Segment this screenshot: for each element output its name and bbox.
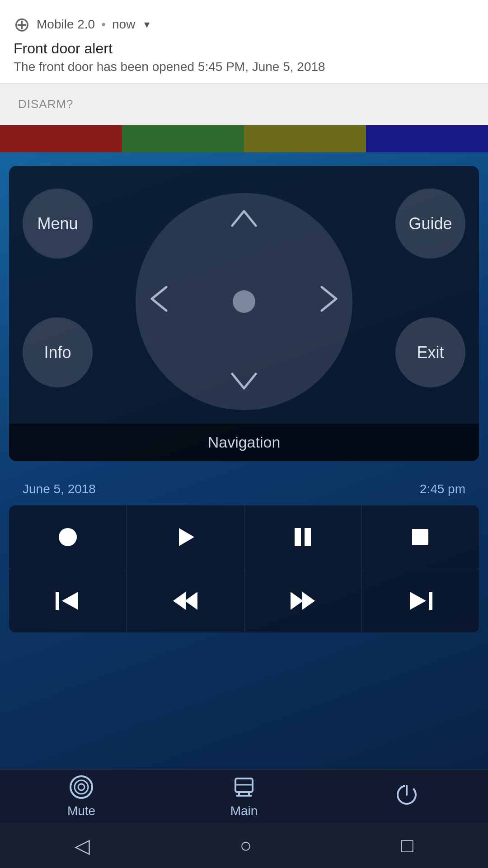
nav-center-button[interactable] — [233, 290, 255, 313]
svg-marker-11 — [410, 592, 426, 610]
notification-title: Front door alert — [14, 40, 474, 57]
pause-button[interactable] — [244, 505, 362, 569]
disarm-label[interactable]: DISARM? — [18, 97, 74, 111]
nav-right-button[interactable] — [319, 285, 339, 318]
svg-marker-7 — [185, 592, 197, 610]
color-strip — [0, 125, 488, 152]
info-button[interactable]: Info — [23, 317, 93, 387]
media-row-1 — [9, 505, 479, 569]
svg-marker-6 — [62, 592, 78, 610]
blue-button[interactable] — [366, 125, 488, 152]
svg-rect-3 — [305, 528, 311, 546]
home-button[interactable]: ○ — [239, 834, 252, 857]
nav-up-button[interactable] — [230, 207, 258, 234]
notification-bar: ⊕ Mobile 2.0 • now ▾ Front door alert Th… — [0, 0, 488, 84]
android-nav-bar: ◁ ○ □ — [0, 823, 488, 868]
volume-icon — [69, 775, 94, 803]
app-icon: ⊕ — [14, 13, 30, 36]
svg-rect-5 — [56, 592, 59, 610]
media-row-2 — [9, 569, 479, 632]
yellow-button[interactable] — [244, 125, 366, 152]
app-bottom-bar: Mute Main — [0, 769, 488, 823]
menu-button[interactable]: Menu — [23, 189, 93, 259]
svg-marker-8 — [173, 592, 186, 610]
navigation-label: Navigation — [9, 424, 479, 461]
main-label: Main — [230, 804, 258, 818]
recents-button[interactable]: □ — [401, 834, 413, 857]
nav-wrapper: Menu Guide — [18, 179, 470, 424]
skip-back-button[interactable] — [9, 569, 127, 632]
svg-marker-9 — [291, 592, 303, 610]
mute-label: Mute — [67, 804, 95, 818]
notification-body: The front door has been opened 5:45 PM, … — [14, 60, 474, 74]
power-button[interactable] — [361, 783, 452, 811]
svg-rect-12 — [429, 592, 432, 610]
rewind-button[interactable] — [127, 569, 244, 632]
svg-point-14 — [75, 780, 88, 794]
chevron-down-icon[interactable]: ▾ — [144, 18, 150, 31]
disarm-bar[interactable]: DISARM? — [0, 84, 488, 125]
guide-button[interactable]: Guide — [395, 189, 465, 259]
svg-point-13 — [70, 776, 92, 798]
svg-rect-4 — [412, 529, 428, 545]
power-icon — [394, 783, 419, 811]
notification-header: ⊕ Mobile 2.0 • now ▾ — [14, 13, 474, 36]
datetime-bar: June 5, 2018 2:45 pm — [9, 477, 479, 501]
svg-point-15 — [78, 784, 84, 790]
svg-marker-10 — [302, 592, 315, 610]
notif-dot: • — [101, 17, 106, 32]
skip-forward-button[interactable] — [362, 569, 479, 632]
green-button[interactable] — [122, 125, 244, 152]
stop-button[interactable] — [362, 505, 479, 569]
navigation-section: Menu Guide — [9, 166, 479, 461]
notif-time: now — [112, 17, 135, 32]
nav-left-button[interactable] — [149, 285, 169, 318]
app-name: Mobile 2.0 — [37, 17, 95, 32]
remote-body: Menu Guide — [0, 152, 488, 867]
media-section — [9, 505, 479, 632]
nav-down-button[interactable] — [230, 369, 258, 396]
back-button[interactable]: ◁ — [75, 834, 90, 857]
red-button[interactable] — [0, 125, 122, 152]
fast-forward-button[interactable] — [244, 569, 362, 632]
source-icon — [232, 775, 256, 803]
volume-button[interactable]: Mute — [36, 775, 127, 818]
svg-point-0 — [59, 528, 77, 546]
nav-circle[interactable] — [136, 193, 352, 410]
svg-marker-1 — [179, 528, 194, 546]
play-button[interactable] — [127, 505, 244, 569]
source-button[interactable]: Main — [199, 775, 289, 818]
svg-rect-2 — [295, 528, 301, 546]
exit-button[interactable]: Exit — [395, 317, 465, 387]
current-time: 2:45 pm — [420, 482, 465, 496]
record-button[interactable] — [9, 505, 127, 569]
current-date: June 5, 2018 — [23, 482, 96, 496]
bottom-controls: Mute Main — [0, 769, 488, 868]
